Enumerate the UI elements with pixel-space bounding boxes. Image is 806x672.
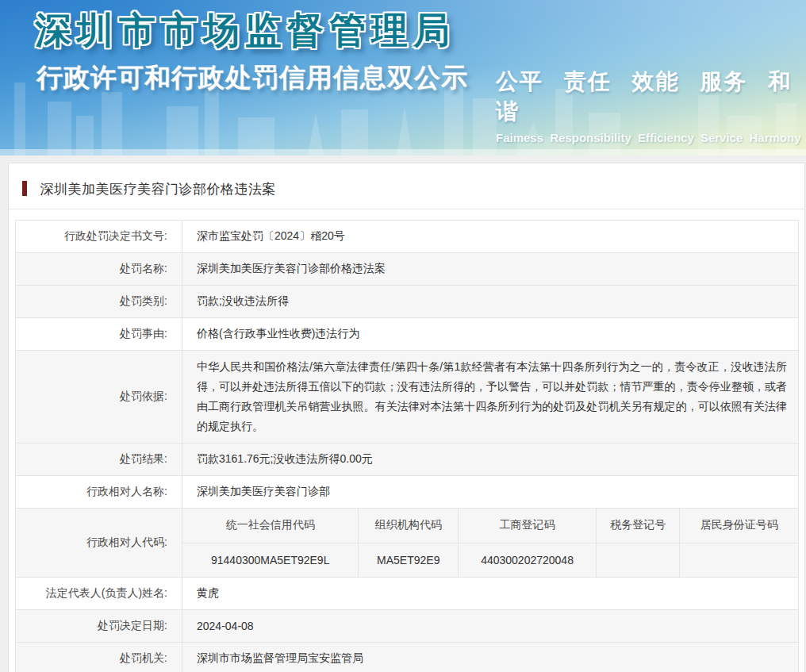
table-row: 处罚决定日期: 2024-04-08 — [16, 610, 799, 643]
table-row: 行政相对人名称: 深圳美加美医疗美容门诊部 — [16, 476, 799, 509]
codes-column-header: 组织机构代码 — [359, 509, 459, 543]
table-row-codes: 行政相对人代码: 统一社会信用代码组织机构代码工商登记码税务登记号居民身份证号码… — [16, 509, 799, 578]
row-value: 中华人民共和国价格法/第六章法律责任/第四十条/第1款经营者有本法第十四条所列行… — [182, 351, 799, 444]
agency-title: 深圳市市场监督管理局 — [35, 6, 455, 56]
title-accent-bar — [22, 181, 27, 196]
table-row: 法定代表人(负责人)姓名: 黄虎 — [16, 578, 799, 610]
codes-column-value — [680, 543, 798, 577]
banner-subtitle: 行政许可和行政处罚信用信息双公示 — [36, 60, 468, 96]
codes-column-header: 工商登记码 — [459, 509, 597, 543]
row-value: 深市监宝处罚〔2024〕稽20号 — [182, 221, 799, 253]
row-label: 行政处罚决定书文号: — [16, 221, 182, 253]
row-label: 处罚决定日期: — [16, 610, 182, 643]
codes-value-row: 91440300MA5ET92E9LMA5ET92E94403002027200… — [182, 543, 798, 577]
row-value: 黄虎 — [182, 578, 799, 610]
row-value: 深圳美加美医疗美容门诊部价格违法案 — [182, 253, 799, 286]
row-label: 行政相对人代码: — [16, 509, 182, 578]
case-card: 深圳美加美医疗美容门诊部价格违法案 行政处罚决定书文号: 深市监宝处罚〔2024… — [8, 163, 805, 672]
row-label: 处罚类别: — [16, 286, 182, 318]
row-value: 罚款3161.76元;没收违法所得0.00元 — [182, 444, 799, 476]
header-divider — [9, 209, 804, 209]
slogan-chinese: 公平 责任 效能 服务 和谐 — [496, 67, 806, 127]
row-value: 深圳市市场监督管理局宝安监管局 — [182, 643, 799, 672]
row-label: 行政相对人名称: — [16, 476, 182, 509]
codes-header-row: 统一社会信用代码组织机构代码工商登记码税务登记号居民身份证号码 — [182, 509, 798, 543]
codes-column-value: MA5ET92E9 — [359, 543, 459, 577]
row-value: 2024-04-08 — [182, 610, 799, 643]
table-row: 处罚机关: 深圳市市场监督管理局宝安监管局 — [16, 643, 799, 672]
penalty-info-table: 行政处罚决定书文号: 深市监宝处罚〔2024〕稽20号 处罚名称: 深圳美加美医… — [15, 220, 799, 672]
row-label: 法定代表人(负责人)姓名: — [16, 578, 182, 610]
row-label: 处罚事由: — [16, 318, 182, 351]
table-row: 处罚依据: 中华人民共和国价格法/第六章法律责任/第四十条/第1款经营者有本法第… — [16, 351, 799, 444]
table-row: 处罚名称: 深圳美加美医疗美容门诊部价格违法案 — [16, 253, 799, 286]
row-value: 价格(含行政事业性收费)违法行为 — [182, 318, 799, 351]
codes-column-header: 统一社会信用代码 — [182, 509, 359, 543]
case-header: 深圳美加美医疗美容门诊部价格违法案 — [9, 163, 804, 209]
site-banner: 深圳市市场监督管理局 行政许可和行政处罚信用信息双公示 公平 责任 效能 服务 … — [0, 0, 806, 156]
banner-slogans: 公平 责任 效能 服务 和谐 Faimess Responsibility Ef… — [496, 67, 806, 144]
table-row: 处罚结果: 罚款3161.76元;没收违法所得0.00元 — [16, 444, 799, 476]
party-codes-table: 统一社会信用代码组织机构代码工商登记码税务登记号居民身份证号码 91440300… — [182, 509, 798, 577]
row-value: 深圳美加美医疗美容门诊部 — [182, 476, 799, 509]
codes-column-value: 91440300MA5ET92E9L — [182, 543, 359, 577]
codes-column-header: 税务登记号 — [596, 509, 680, 543]
row-label: 处罚名称: — [16, 253, 182, 286]
codes-column-header: 居民身份证号码 — [680, 509, 798, 543]
codes-column-value — [596, 543, 680, 577]
row-value: 罚款;没收违法所得 — [182, 286, 799, 318]
row-label: 处罚机关: — [16, 643, 182, 672]
row-label: 处罚结果: — [16, 444, 182, 476]
codes-column-value: 440300202720048 — [459, 543, 597, 577]
table-row: 行政处罚决定书文号: 深市监宝处罚〔2024〕稽20号 — [16, 221, 799, 253]
row-label: 处罚依据: — [16, 351, 182, 444]
table-row: 处罚类别: 罚款;没收违法所得 — [16, 286, 799, 318]
slogan-english: Faimess Responsibility Efficiency Servic… — [496, 131, 806, 144]
case-title: 深圳美加美医疗美容门诊部价格违法案 — [40, 180, 276, 198]
table-row: 处罚事由: 价格(含行政事业性收费)违法行为 — [16, 318, 799, 351]
